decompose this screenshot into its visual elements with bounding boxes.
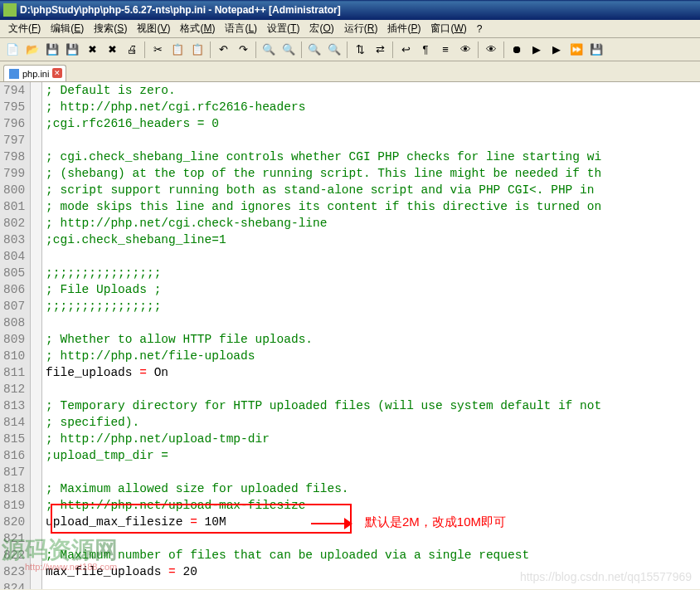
tab-filename: php.ini (22, 69, 49, 79)
new-file-icon[interactable]: 📄 (3, 41, 22, 59)
code-line: ; Temporary directory for HTTP uploaded … (46, 397, 697, 414)
open-file-icon[interactable]: 📂 (23, 41, 41, 59)
paste-icon[interactable]: 📋 (188, 41, 207, 59)
print-icon[interactable]: 🖨 (123, 41, 141, 59)
code-line: ; http://php.net/file-uploads (46, 348, 697, 364)
annotation-arrow-head (344, 518, 352, 529)
menu-R[interactable]: 运行(R) (339, 20, 383, 37)
toolbar-separator (144, 41, 145, 58)
code-line (46, 381, 697, 397)
zoom-out-icon[interactable]: 🔍 (325, 41, 343, 59)
line-number: 824 (3, 580, 25, 589)
menu-O[interactable]: 宏(O) (304, 20, 338, 37)
line-number: 794 (3, 82, 25, 99)
code-line (46, 315, 697, 331)
code-line: ; http://php.net/upload-max-filesize (46, 497, 697, 514)
file-icon (9, 69, 19, 79)
toolbar: 📄📂💾💾✖✖🖨✂📋📋↶↷🔍🔍🔍🔍⇅⇄↩¶≡👁👁⏺▶▶⏩💾 (0, 38, 700, 61)
annotation-text: 默认是2M，改成10M即可 (365, 514, 506, 530)
code-line: ; Default is zero. (46, 82, 697, 99)
code-line: max_file_uploads = 20 (46, 563, 697, 580)
menu-T[interactable]: 设置(T) (262, 20, 304, 37)
menu-help[interactable]: ? (472, 22, 488, 37)
line-number: 817 (3, 464, 25, 480)
menu-P[interactable]: 插件(P) (382, 20, 425, 37)
record-icon[interactable]: ⏺ (508, 41, 526, 59)
line-number: 810 (3, 348, 25, 364)
sync-v-icon[interactable]: ⇅ (351, 41, 369, 59)
annotation-arrow (311, 523, 348, 524)
tabbar: php.ini ✕ (0, 61, 700, 81)
line-number: 814 (3, 414, 25, 431)
close-all-icon[interactable]: ✖ (103, 41, 121, 59)
code-line: ; Maximum allowed size for uploaded file… (46, 480, 697, 497)
code-line: ; specified). (46, 414, 697, 431)
save-all-icon[interactable]: 💾 (63, 41, 81, 59)
zoom-in-icon[interactable]: 🔍 (305, 41, 323, 59)
menu-M[interactable]: 格式(M) (175, 20, 220, 37)
line-number: 812 (3, 381, 25, 397)
menubar: 文件(F)编辑(E)搜索(S)视图(V)格式(M)语言(L)设置(T)宏(O)运… (0, 20, 700, 38)
toolbar-separator (392, 41, 393, 58)
line-gutter: 7947957967977987998008018028038048058068… (0, 82, 31, 589)
line-number: 819 (3, 497, 25, 514)
editor[interactable]: 7947957967977987998008018028038048058068… (0, 81, 700, 589)
menu-S[interactable]: 搜索(S) (89, 20, 132, 37)
cut-icon[interactable]: ✂ (148, 41, 167, 59)
app-icon (3, 3, 17, 17)
line-number: 795 (3, 99, 25, 115)
copy-icon[interactable]: 📋 (168, 41, 187, 59)
line-number: 808 (3, 315, 25, 331)
undo-icon[interactable]: ↶ (214, 41, 232, 59)
toolbar-separator (503, 41, 504, 58)
play-multi-icon[interactable]: ⏩ (567, 41, 586, 59)
code-line: ; (shebang) at the top of the running sc… (46, 165, 697, 182)
code-line: ;;;;;;;;;;;;;;;; (46, 265, 697, 281)
line-number: 813 (3, 397, 25, 414)
window-titlebar: D:\phpStudy\php\php-5.6.27-nts\php.ini -… (0, 0, 700, 20)
toolbar-separator (301, 41, 302, 58)
line-number: 797 (3, 132, 25, 149)
find-icon[interactable]: 🔍 (260, 41, 278, 59)
menu-L[interactable]: 语言(L) (220, 20, 262, 37)
play-back-icon[interactable]: ▶ (527, 41, 546, 59)
line-number: 799 (3, 165, 25, 182)
code-line (46, 530, 697, 547)
monitor-icon[interactable]: 👁 (482, 41, 500, 59)
redo-icon[interactable]: ↷ (234, 41, 252, 59)
code-line: file_uploads = On (46, 364, 697, 381)
code-line: ;cgi.rfc2616_headers = 0 (46, 115, 697, 132)
line-number: 798 (3, 149, 25, 165)
code-line: ; Whether to allow HTTP file uploads. (46, 331, 697, 348)
menu-V[interactable]: 视图(V) (132, 20, 175, 37)
save-icon[interactable]: 💾 (43, 41, 61, 59)
toolbar-separator (478, 41, 479, 58)
code-line: ;cgi.check_shebang_line=1 (46, 232, 697, 248)
menu-F[interactable]: 文件(F) (3, 20, 46, 37)
menu-E[interactable]: 编辑(E) (46, 20, 89, 37)
window-title: D:\phpStudy\php\php-5.6.27-nts\php.ini -… (20, 0, 341, 20)
line-number: 800 (3, 182, 25, 198)
menu-W[interactable]: 窗口(W) (425, 20, 471, 37)
line-number: 821 (3, 530, 25, 547)
close-tab-icon[interactable]: ✕ (52, 68, 62, 78)
save-macro-icon[interactable]: 💾 (587, 41, 605, 59)
indent-icon[interactable]: ≡ (436, 41, 455, 59)
playback-icon[interactable]: ▶ (547, 41, 566, 59)
toolbar-separator (255, 41, 256, 58)
replace-icon[interactable]: 🔍 (280, 41, 298, 59)
line-number: 816 (3, 447, 25, 464)
file-tab[interactable]: php.ini ✕ (3, 65, 66, 81)
sync-h-icon[interactable]: ⇄ (371, 41, 389, 59)
code-line (46, 248, 697, 265)
line-number: 822 (3, 547, 25, 563)
lang-icon[interactable]: 👁 (456, 41, 474, 59)
chars-icon[interactable]: ¶ (416, 41, 435, 59)
code-line (46, 580, 697, 589)
wrap-icon[interactable]: ↩ (396, 41, 415, 59)
code-line (46, 464, 697, 480)
close-icon[interactable]: ✖ (83, 41, 101, 59)
line-number: 823 (3, 563, 25, 580)
line-number: 815 (3, 431, 25, 447)
code-line: ; Maximum number of files that can be up… (46, 547, 697, 563)
